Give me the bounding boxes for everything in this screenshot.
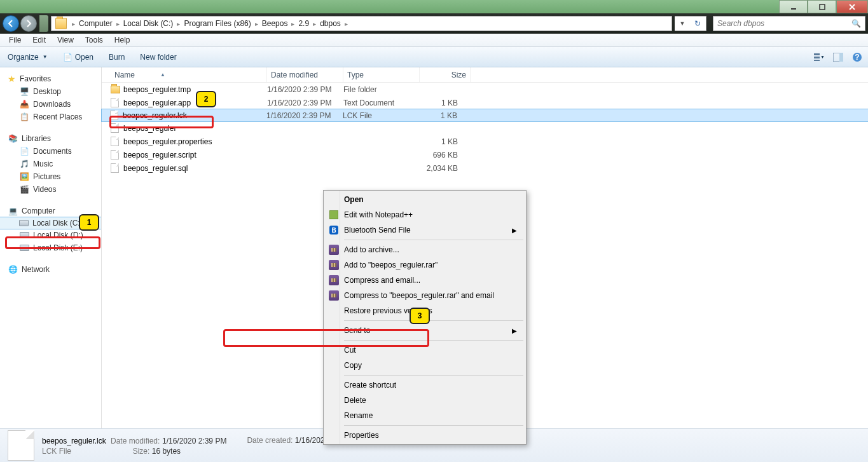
file-date: 1/16/2020 2:39 PM [267, 99, 343, 107]
rar-icon [327, 289, 340, 302]
file-size: 1 KB [420, 99, 463, 107]
nav-back-button[interactable] [3, 15, 19, 32]
context-properties[interactable]: Properties [325, 428, 525, 443]
menu-help[interactable]: Help [109, 34, 135, 46]
file-size: 1 KB [419, 111, 462, 120]
file-name: beepos_reguler.sql [122, 164, 267, 173]
nav-forward-button[interactable] [20, 15, 37, 32]
rar-icon [327, 259, 340, 271]
toolbar-open-label: Open [75, 53, 93, 62]
menu-file[interactable]: File [4, 34, 26, 46]
context-rename[interactable]: Rename [325, 408, 525, 423]
context-send-to[interactable]: Send to▶ [325, 323, 525, 338]
search-box[interactable]: 🔍 [713, 16, 865, 31]
context-cut[interactable]: Cut [325, 343, 525, 358]
file-name: beepos_reguler.properties [122, 137, 267, 146]
close-button[interactable] [836, 0, 868, 13]
sidebar-item-label: Documents [33, 147, 72, 156]
context-label: Compress and email... [344, 276, 420, 285]
help-button[interactable]: ? [851, 51, 863, 63]
svg-rect-4 [814, 53, 820, 55]
file-row[interactable]: beepos_reguler.lck1/16/2020 2:39 PMLCK F… [101, 109, 868, 122]
breadcrumb-dbpos[interactable]: dbpos [319, 19, 342, 28]
toolbar: Organize▼ 📄Open Burn New folder ▼ ? [0, 47, 868, 67]
sidebar-item-downloads[interactable]: 📥Downloads [0, 98, 101, 111]
search-icon[interactable]: 🔍 [851, 19, 861, 28]
file-icon [8, 430, 34, 461]
context-add-archive[interactable]: Add to archive... [325, 242, 525, 257]
breadcrumb-29[interactable]: 2.9 [297, 19, 310, 28]
search-input[interactable] [717, 19, 851, 28]
breadcrumb-bar[interactable]: ▸ Computer ▸ Local Disk (C:) ▸ Program F… [51, 16, 672, 31]
toolbar-burn[interactable]: Burn [106, 51, 127, 63]
context-open[interactable]: Open [325, 192, 525, 207]
column-date[interactable]: Date modified [267, 67, 343, 82]
context-create-shortcut[interactable]: Create shortcut [325, 377, 525, 393]
sidebar-item-documents[interactable]: 📄Documents [0, 145, 101, 158]
chevron-down-icon[interactable]: ▼ [680, 20, 685, 27]
context-delete[interactable]: Delete [325, 393, 525, 408]
status-filetype: LCK File [42, 447, 71, 456]
minimize-button[interactable] [779, 0, 808, 13]
chevron-right-icon: ▸ [174, 20, 183, 27]
file-row[interactable]: beepos_reguler.sql2,034 KB [102, 161, 868, 175]
breadcrumb-program-files[interactable]: Program Files (x86) [183, 19, 252, 28]
svg-rect-1 [820, 4, 825, 10]
sidebar-network[interactable]: 🌐Network [0, 263, 101, 276]
context-bluetooth-send[interactable]: BBluetooth Send File▶ [325, 222, 525, 238]
open-icon: 📄 [63, 53, 72, 62]
context-compress-email[interactable]: Compress and email... [325, 273, 525, 288]
file-type: File folder [343, 85, 420, 94]
toolbar-organize[interactable]: Organize▼ [5, 51, 50, 63]
sidebar-favorites[interactable]: ★Favorites [0, 72, 101, 85]
toolbar-open[interactable]: 📄Open [60, 51, 96, 63]
file-row[interactable]: beepos_reguler.properties1 KB [102, 135, 868, 148]
menu-view[interactable]: View [52, 34, 79, 46]
context-copy[interactable]: Copy [325, 358, 525, 373]
breadcrumb-beepos[interactable]: Beepos [261, 19, 289, 28]
chevron-right-icon: ▸ [114, 20, 122, 27]
sidebar-item-localdisk-d[interactable]: Local Disk (D:) [0, 229, 101, 241]
maximize-button[interactable] [808, 0, 836, 13]
file-row[interactable]: beepos_reguler.app1/16/2020 2:39 PMText … [102, 96, 868, 109]
annotation-number-3: 3 [410, 308, 430, 324]
pictures-icon: 🖼️ [19, 172, 29, 182]
context-add-rar[interactable]: Add to "beepos_reguler.rar" [325, 257, 525, 273]
file-name: beepos_reguler.script [122, 151, 267, 160]
breadcrumb-computer[interactable]: Computer [78, 19, 114, 28]
sidebar-item-label: Local Disk (E:) [33, 243, 83, 252]
menu-tools[interactable]: Tools [80, 34, 108, 46]
column-type[interactable]: Type [343, 67, 420, 82]
refresh-icon[interactable]: ↻ [694, 19, 701, 28]
breadcrumb-localdisk-c[interactable]: Local Disk (C:) [122, 19, 175, 28]
sidebar-item-pictures[interactable]: 🖼️Pictures [0, 170, 101, 183]
context-label: Add to archive... [344, 245, 399, 254]
file-type: Text Document [343, 99, 420, 107]
chevron-down-icon: ▼ [43, 54, 48, 60]
menu-edit[interactable]: Edit [27, 34, 51, 46]
refresh-area: ▼ ↻ [675, 16, 706, 31]
sidebar-item-localdisk-e[interactable]: Local Disk (E:) [0, 241, 101, 254]
sidebar-libraries[interactable]: 📚Libraries [0, 132, 101, 145]
toolbar-newfolder[interactable]: New folder [137, 51, 179, 63]
sidebar-item-music[interactable]: 🎵Music [0, 158, 101, 170]
view-options-button[interactable]: ▼ [813, 51, 825, 63]
preview-pane-button[interactable] [832, 51, 844, 63]
svg-text:?: ? [855, 53, 859, 62]
context-label: Send to [344, 326, 370, 335]
column-size[interactable]: Size [420, 67, 471, 82]
context-edit-notepad[interactable]: Edit with Notepad++ [325, 207, 525, 222]
sidebar-item-desktop[interactable]: 🖥️Desktop [0, 85, 101, 98]
context-label: Properties [344, 431, 379, 440]
file-row[interactable]: beepos_reguler [102, 121, 868, 135]
context-compress-rar-email[interactable]: Compress to "beepos_reguler.rar" and ema… [325, 288, 525, 303]
chevron-right-icon: ▸ [252, 20, 261, 27]
context-label: Bluetooth Send File [344, 226, 411, 234]
sidebar-item-recent[interactable]: 📋Recent Places [0, 111, 101, 123]
disk-icon [18, 218, 29, 228]
column-name[interactable]: Name▲ [111, 67, 267, 82]
file-row[interactable]: beepos_reguler.script696 KB [102, 148, 868, 161]
file-row[interactable]: beepos_reguler.tmp1/16/2020 2:39 PMFile … [102, 83, 868, 96]
nav-history-dropdown[interactable] [39, 15, 48, 32]
sidebar-item-videos[interactable]: 🎬Videos [0, 183, 101, 196]
